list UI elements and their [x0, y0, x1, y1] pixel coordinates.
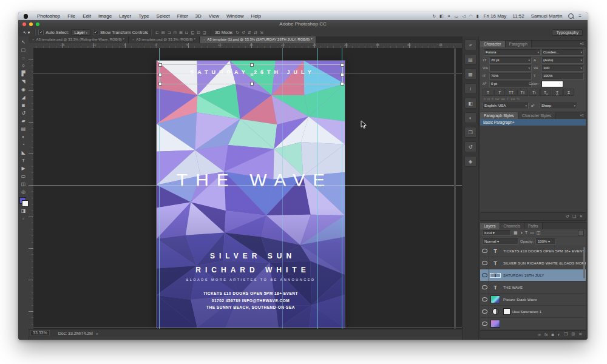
type-style-button[interactable]: T₁	[540, 89, 551, 96]
status-icon[interactable]: ◧	[438, 14, 446, 19]
tool-button[interactable]: ◌	[19, 54, 28, 62]
panel-menu-icon[interactable]: ▾≡	[580, 41, 586, 47]
panel-icon[interactable]: «	[464, 39, 476, 50]
guide-horizontal[interactable]	[33, 185, 463, 186]
notification-center-icon[interactable]: ≡	[576, 13, 584, 19]
tool-button[interactable]: ▤	[19, 125, 28, 133]
layer-filter-icon[interactable]: ▦	[512, 231, 519, 235]
panel-action-icon[interactable]: ↺	[566, 214, 569, 219]
layer-visibility-toggle[interactable]	[480, 245, 489, 257]
poster-more-text[interactable]: &LOADS MORE ARTISTES TO BE ANNOUNCED	[157, 278, 345, 281]
tool-preset-icon[interactable]: ↖ ▾	[18, 30, 32, 35]
tool-button[interactable]: ▢	[19, 46, 28, 54]
panel-action-icon[interactable]: ✕	[579, 214, 583, 219]
layer-name[interactable]: Picture Stack Wave	[501, 298, 537, 302]
layers-panel-tab[interactable]: Paths	[524, 223, 543, 229]
status-icon[interactable]: ▮	[475, 14, 481, 19]
tool-button[interactable]: ↖	[19, 38, 28, 46]
transform-handle[interactable]	[341, 82, 344, 86]
layers-scrollbar[interactable]	[583, 247, 585, 278]
type-style-button[interactable]: Tᴛ	[517, 89, 528, 96]
layer-visibility-toggle[interactable]	[480, 318, 489, 329]
poster-artist1-text[interactable]: SILVER SUN	[157, 252, 345, 260]
layer-visibility-toggle[interactable]	[480, 281, 489, 293]
poster-artist2-text[interactable]: RICHARD WHITE	[157, 266, 345, 274]
transform-handle[interactable]	[250, 63, 254, 67]
layer-row[interactable]: T TICKETS £10 DOORS OPEN 5PM 18+ EVENT 0…	[480, 245, 586, 257]
canvas[interactable]: SATURDAY 26TH JULY THE WAVE SILVER SUN R…	[33, 48, 463, 329]
type-style-button[interactable]: T¹	[529, 89, 540, 96]
transform-handle[interactable]	[158, 73, 162, 76]
mode-button[interactable]: ↺	[240, 30, 246, 35]
kerning-select[interactable]: ▾	[489, 65, 532, 72]
layer-action-icon[interactable]: fx	[544, 332, 548, 337]
menu-item[interactable]: View	[205, 13, 223, 19]
status-icon[interactable]: ▭	[453, 14, 461, 19]
tool-button[interactable]: ◣	[19, 149, 28, 157]
align-button[interactable]: ⊑	[189, 30, 195, 35]
opentype-button[interactable]: ct	[487, 97, 490, 101]
tool-button[interactable]: T	[19, 157, 28, 164]
poster-info3-text[interactable]: THE SUNNY BEACH, SOUTHEND-ON-SEA	[157, 305, 345, 309]
menu-item[interactable]: Filter	[174, 13, 192, 19]
layer-filter-icon[interactable]: ◫	[535, 231, 542, 235]
baseline-shift-field[interactable]: 0 pt	[489, 81, 532, 87]
align-button[interactable]: ⊟	[160, 30, 166, 35]
status-icon[interactable]: ◁	[460, 14, 467, 19]
menu-item[interactable]: Help	[247, 13, 264, 19]
tab-paragraph-styles[interactable]: Paragraph Styles	[480, 112, 518, 119]
transform-handle[interactable]	[158, 63, 162, 67]
poster-title-text[interactable]: THE WAVE	[157, 170, 345, 190]
close-tab-icon[interactable]: ×	[203, 38, 206, 41]
tool-button[interactable]: ◢	[19, 93, 28, 101]
blend-mode-select[interactable]: Normal ▾	[482, 238, 518, 244]
close-tab-icon[interactable]: ×	[32, 38, 35, 41]
transform-handle[interactable]	[341, 73, 344, 76]
leading-select[interactable]: (Auto)▾	[541, 57, 584, 64]
panel-icon[interactable]: ◈	[464, 156, 476, 167]
layer-thumbnail[interactable]: T	[489, 285, 501, 291]
status-options-arrow[interactable]: ▸	[97, 331, 98, 335]
opentype-button[interactable]: ﬂ	[492, 97, 493, 101]
tool-button[interactable]: ▛	[19, 70, 28, 78]
layer-thumbnail[interactable]: T	[489, 260, 501, 266]
tool-button[interactable]: ◙	[19, 101, 28, 109]
horizontal-scale-field[interactable]: 100%	[541, 73, 584, 79]
tool-button[interactable]: ◎	[19, 188, 28, 196]
auto-select-dropdown[interactable]: Layer ▾	[71, 29, 90, 36]
opentype-button[interactable]: fi	[484, 97, 486, 101]
workspace-switcher[interactable]: Typography	[552, 29, 583, 36]
layer-row[interactable]: T SILVER SUN RICHARD WHITE &LOADS MORE A…	[480, 257, 586, 269]
menu-item[interactable]: Image	[95, 13, 115, 19]
layers-panel-tab[interactable]: Layers	[480, 223, 500, 229]
poster-document[interactable]: SATURDAY 26TH JULY THE WAVE SILVER SUN R…	[157, 61, 345, 328]
panel-action-icon[interactable]: ❏	[572, 214, 576, 219]
menu-user[interactable]: Samuel Martin	[527, 13, 566, 19]
guide-vertical[interactable]	[159, 48, 160, 329]
layer-action-icon[interactable]: ◐	[558, 332, 560, 337]
status-icon[interactable]: ✦	[446, 14, 453, 19]
layer-name[interactable]: SATURDAY 26TH JULY	[501, 274, 544, 277]
menu-clock-time[interactable]: 11:52	[509, 13, 527, 19]
menu-clock-date[interactable]: Fri 16 May	[481, 13, 510, 19]
align-button[interactable]: ⊐	[166, 30, 172, 35]
layers-panel-tab[interactable]: Channels	[500, 223, 524, 229]
opacity-field[interactable]: 100% ▾	[535, 238, 556, 244]
menu-item[interactable]: 3D	[192, 13, 205, 19]
layer-thumbnail[interactable]	[489, 320, 501, 328]
panel-icon[interactable]: ▤	[464, 54, 476, 65]
layer-action-icon[interactable]: ∞	[538, 332, 541, 337]
align-button[interactable]: ⊏	[154, 30, 160, 35]
layer-row[interactable]	[480, 318, 586, 330]
tool-button[interactable]: ↺	[19, 109, 28, 117]
zoom-level-field[interactable]: 33.33%	[30, 330, 50, 336]
type-style-button[interactable]: T	[494, 89, 505, 96]
align-button[interactable]: ⊡	[195, 30, 202, 35]
background-color-swatch[interactable]	[22, 200, 29, 207]
tracking-select[interactable]: 100▾	[541, 65, 584, 72]
transform-handle[interactable]	[341, 63, 344, 67]
layer-visibility-toggle[interactable]	[480, 306, 489, 317]
type-style-button[interactable]: T	[563, 89, 574, 96]
document-tab[interactable]: ×A3 template (1).psd @ 33.3% (SATURDAY 2…	[200, 36, 316, 43]
font-family-select[interactable]: Futura▾	[484, 49, 541, 56]
